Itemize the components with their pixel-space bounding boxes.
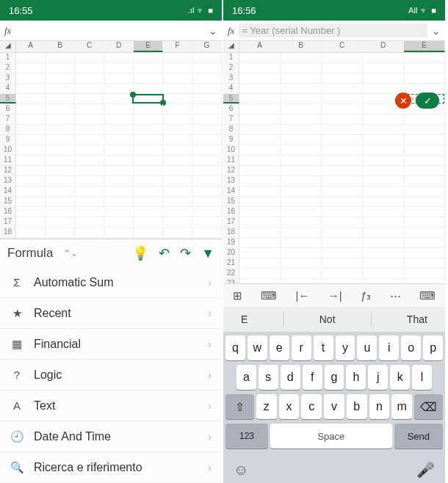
cell[interactable] [16, 176, 46, 186]
menu-item[interactable]: ?Logic› [0, 360, 222, 391]
cell[interactable] [46, 217, 75, 227]
cell[interactable] [363, 228, 404, 237]
cell[interactable] [322, 228, 363, 237]
cell[interactable] [46, 53, 75, 62]
cell[interactable] [363, 217, 404, 227]
row-header[interactable]: 23 [223, 279, 239, 283]
cell[interactable] [192, 125, 222, 134]
cell[interactable] [192, 207, 222, 217]
cell[interactable] [363, 207, 404, 217]
cell[interactable] [75, 217, 104, 227]
key-j[interactable]: j [368, 365, 388, 390]
cell[interactable] [363, 145, 404, 155]
cell[interactable] [281, 94, 322, 104]
row-header[interactable]: 2 [0, 63, 16, 73]
menu-item[interactable]: ▦Financial› [0, 329, 222, 360]
cell[interactable] [404, 125, 445, 134]
menu-item[interactable]: AText› [0, 391, 222, 421]
cell[interactable] [16, 197, 46, 206]
cell[interactable] [46, 197, 75, 206]
toolstrip-button[interactable]: ⌨ [415, 289, 440, 302]
cell[interactable] [46, 104, 75, 114]
cell[interactable] [239, 269, 281, 278]
cell[interactable] [281, 258, 322, 268]
key-h[interactable]: h [346, 365, 366, 390]
column-header[interactable]: A [16, 41, 46, 52]
cell[interactable] [104, 53, 134, 62]
cell[interactable] [192, 115, 222, 124]
row-header[interactable]: 18 [0, 228, 16, 237]
cell[interactable] [163, 73, 192, 83]
row-header[interactable]: 21 [223, 258, 239, 268]
cell[interactable] [16, 125, 46, 134]
cell[interactable] [322, 186, 363, 196]
key-t[interactable]: t [314, 335, 333, 360]
key-n[interactable]: n [369, 394, 390, 419]
row-header[interactable]: 13 [223, 176, 239, 186]
cell[interactable] [134, 84, 163, 93]
cell[interactable] [363, 258, 404, 268]
cell[interactable] [239, 197, 281, 206]
cell[interactable] [281, 166, 322, 175]
toolstrip-button[interactable]: ⊞ [228, 289, 247, 302]
cell[interactable] [363, 176, 404, 186]
column-header[interactable]: B [281, 41, 322, 52]
corner-cell[interactable]: ◢ [223, 41, 239, 52]
cell[interactable] [46, 166, 75, 175]
cell[interactable] [104, 166, 134, 175]
key-k[interactable]: k [390, 365, 410, 390]
cell[interactable] [404, 156, 445, 165]
cell[interactable] [134, 73, 163, 83]
key-q[interactable]: q [225, 335, 245, 360]
corner-cell[interactable]: ◢ [0, 41, 16, 52]
row-header[interactable]: 12 [0, 166, 16, 175]
cell[interactable] [281, 228, 322, 237]
menu-item[interactable]: 🕘Date And Time› [0, 421, 222, 452]
cell[interactable] [104, 228, 134, 237]
cell[interactable] [192, 166, 222, 175]
column-header[interactable]: E [134, 41, 163, 52]
cell[interactable] [104, 63, 134, 73]
cell[interactable] [322, 207, 363, 217]
cell[interactable] [281, 176, 322, 186]
toolstrip-button[interactable]: ⌨ [256, 289, 281, 302]
row-header[interactable]: 17 [223, 217, 239, 227]
key-i[interactable]: i [379, 335, 399, 360]
cell[interactable] [16, 238, 46, 239]
cell[interactable] [163, 197, 192, 206]
expand-icon[interactable]: ▼ [201, 246, 214, 261]
cell[interactable] [134, 207, 163, 217]
cell[interactable] [192, 53, 222, 62]
row-header[interactable]: 6 [223, 104, 239, 114]
cell[interactable] [322, 53, 363, 62]
cell[interactable] [281, 269, 322, 278]
row-header[interactable]: 3 [223, 73, 239, 83]
mic-icon[interactable]: 🎤 [416, 461, 435, 479]
cell[interactable] [404, 63, 445, 73]
bulb-icon[interactable]: 💡 [132, 245, 148, 261]
cell[interactable] [46, 156, 75, 165]
row-header[interactable]: 4 [223, 84, 239, 93]
cell[interactable] [322, 135, 363, 145]
cell[interactable] [363, 63, 404, 73]
cell[interactable] [404, 73, 445, 83]
cell[interactable] [104, 156, 134, 165]
spreadsheet-grid[interactable]: ◢ABCDEFG 1234567891011121314151617181920… [0, 41, 222, 239]
cell[interactable] [281, 104, 322, 114]
column-header[interactable]: D [363, 41, 404, 52]
cell[interactable] [322, 156, 363, 165]
cell[interactable] [404, 269, 445, 278]
panel-title[interactable]: Formula [7, 246, 53, 261]
cell[interactable] [163, 238, 192, 239]
suggestion[interactable]: E [241, 313, 248, 325]
cell[interactable] [75, 228, 104, 237]
cell[interactable] [104, 135, 134, 145]
toolstrip-button[interactable]: |← [292, 289, 314, 302]
cell[interactable] [192, 94, 222, 104]
row-header[interactable]: 1 [0, 53, 16, 62]
cell[interactable] [134, 156, 163, 165]
cell[interactable] [322, 197, 363, 206]
cell[interactable] [164, 94, 193, 104]
cell[interactable] [46, 207, 75, 217]
cell[interactable] [192, 197, 222, 206]
